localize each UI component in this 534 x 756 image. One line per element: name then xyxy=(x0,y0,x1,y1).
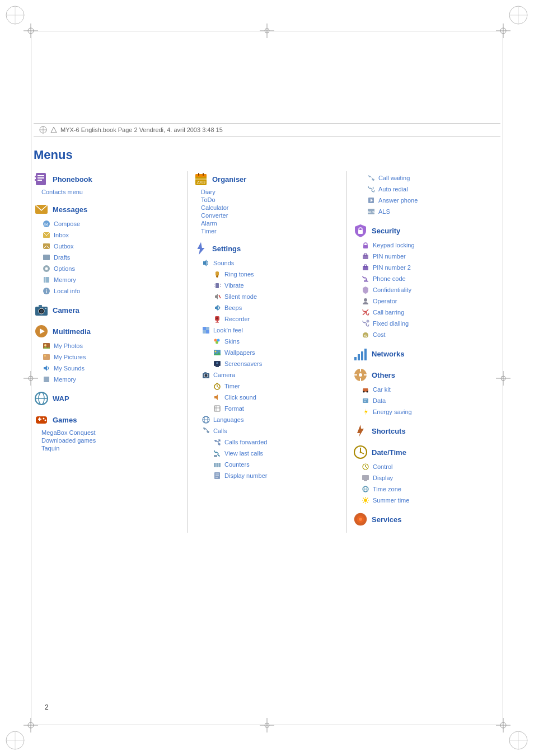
list-item[interactable]: ToDo xyxy=(201,196,341,204)
svg-text:✉: ✉ xyxy=(44,222,49,227)
games-items: MegaBox Conquest Downloaded games Taquin xyxy=(41,429,181,452)
list-item[interactable]: Summer time xyxy=(360,495,500,506)
list-item[interactable]: View last calls xyxy=(212,448,341,459)
list-item[interactable]: Recorder xyxy=(212,313,341,325)
list-item[interactable]: ALS ALS xyxy=(366,206,500,217)
svg-point-160 xyxy=(363,391,365,393)
svg-point-101 xyxy=(216,341,218,344)
list-item[interactable]: Display xyxy=(360,472,500,483)
section-settings: Settings Sounds xyxy=(193,241,341,481)
list-item[interactable]: Operator xyxy=(360,295,500,307)
settings-camera-header[interactable]: Camera xyxy=(201,369,341,381)
list-item[interactable]: Downloaded games xyxy=(41,436,181,444)
list-item[interactable]: PIN number xyxy=(360,251,500,262)
list-item[interactable]: Converter xyxy=(201,212,341,219)
list-item[interactable]: Energy saving xyxy=(360,406,500,417)
section-datetime: Date/Time Control Display xyxy=(353,444,500,506)
datetime-icon xyxy=(353,444,368,460)
list-item[interactable]: Format xyxy=(212,403,341,414)
col-1: Phonebook Contacts menu Messages xyxy=(34,171,181,458)
calls-sub-items: Calls forwarded View last calls xyxy=(212,436,341,481)
list-item[interactable]: Beeps xyxy=(212,302,341,313)
list-item[interactable]: My Sounds xyxy=(41,363,181,374)
header-text: MYX-6 English.book Page 2 Vendredi, 4. a… xyxy=(60,126,223,133)
list-item[interactable]: Fixed dialling xyxy=(360,318,500,329)
list-item[interactable]: ✉ Compose xyxy=(41,218,181,229)
sounds-subsection-header[interactable]: Sounds xyxy=(201,257,341,269)
list-item[interactable]: Click sound xyxy=(212,392,341,403)
list-item[interactable]: Control xyxy=(360,461,500,472)
list-item[interactable]: Silent mode xyxy=(212,291,341,302)
list-item[interactable]: My Photos xyxy=(41,340,181,351)
list-item[interactable]: Options xyxy=(41,263,181,274)
list-item[interactable]: Memory xyxy=(41,374,181,385)
list-item[interactable]: Counters xyxy=(212,459,341,470)
list-item[interactable]: MegaBox Conquest xyxy=(41,429,181,436)
svg-rect-125 xyxy=(214,463,221,467)
list-item[interactable]: Calls forwarded xyxy=(212,436,341,448)
messages-icon xyxy=(34,201,49,217)
svg-rect-153 xyxy=(364,349,367,360)
svg-marker-39 xyxy=(51,127,57,133)
svg-rect-98 xyxy=(206,330,209,334)
security-title: Security xyxy=(372,227,400,235)
list-item[interactable]: Timer xyxy=(212,381,341,392)
svg-point-60 xyxy=(40,309,43,313)
list-item[interactable]: Calculator xyxy=(201,204,341,212)
svg-rect-144 xyxy=(364,280,367,282)
deco-circle-br xyxy=(509,731,528,750)
list-item[interactable]: Timer xyxy=(201,227,341,235)
display-icon xyxy=(360,473,371,483)
list-item[interactable]: Car kit xyxy=(360,384,500,395)
callsforwarded-icon xyxy=(212,437,222,447)
phonebook-items: Contacts menu xyxy=(41,188,181,196)
list-item[interactable]: Display number xyxy=(212,470,341,481)
list-item[interactable]: Answer phone xyxy=(366,195,500,206)
list-item[interactable]: Taquin xyxy=(41,444,181,452)
page-title: Menus xyxy=(34,148,500,162)
list-item[interactable]: Diary xyxy=(201,188,341,196)
svg-rect-51 xyxy=(43,255,50,260)
svg-rect-44 xyxy=(35,176,36,177)
list-item[interactable]: Alarm xyxy=(201,219,341,227)
list-item[interactable]: Call barring xyxy=(360,307,500,318)
list-item[interactable]: Phone code xyxy=(360,273,500,284)
calls-subsection-header[interactable]: Calls xyxy=(201,425,341,436)
svg-rect-97 xyxy=(203,327,206,330)
shortcuts-title: Shortcuts xyxy=(372,427,406,435)
svg-rect-42 xyxy=(38,177,44,179)
list-item[interactable]: Auto redial xyxy=(366,184,500,195)
list-item[interactable]: Screensavers xyxy=(212,358,341,369)
svg-marker-166 xyxy=(357,425,364,437)
datetime-items: Control Display Time zone xyxy=(360,461,500,506)
list-item[interactable]: Contacts menu xyxy=(41,188,181,196)
list-item[interactable]: Call waiting xyxy=(366,172,500,184)
clicksound-icon xyxy=(212,392,222,402)
svg-rect-67 xyxy=(43,354,50,360)
control-icon xyxy=(360,462,371,472)
list-item[interactable]: PIN number 2 xyxy=(360,262,500,273)
list-item[interactable]: My Pictures xyxy=(41,351,181,363)
phonecode-icon xyxy=(360,274,371,284)
svg-point-103 xyxy=(215,351,217,353)
languages-subsection-header[interactable]: Languages xyxy=(201,414,341,425)
list-item[interactable]: Inbox xyxy=(41,229,181,241)
list-item[interactable]: i Local info xyxy=(41,285,181,297)
list-item[interactable]: Keypad locking xyxy=(360,240,500,251)
camera-title: Camera xyxy=(53,306,79,314)
deco-circle-tl xyxy=(6,6,25,25)
list-item[interactable]: Data xyxy=(360,395,500,406)
list-item[interactable]: Vibrate xyxy=(212,280,341,291)
list-item[interactable]: Confidentiality xyxy=(360,284,500,295)
list-item[interactable]: Outbox xyxy=(41,241,181,252)
list-item[interactable]: Time zone xyxy=(360,483,500,495)
looknfeel-subsection-header[interactable]: Look'n feel xyxy=(201,325,341,336)
list-item[interactable]: Memory xyxy=(41,274,181,285)
list-item[interactable]: Skins xyxy=(212,336,341,347)
organiser-items: Diary ToDo Calculator Converter Alarm xyxy=(201,188,341,235)
svg-marker-165 xyxy=(364,408,368,415)
list-item[interactable]: Drafts xyxy=(41,252,181,263)
list-item[interactable]: Wallpapers xyxy=(212,347,341,358)
list-item[interactable]: Ring tones xyxy=(212,269,341,280)
list-item[interactable]: $ Cost xyxy=(360,329,500,340)
